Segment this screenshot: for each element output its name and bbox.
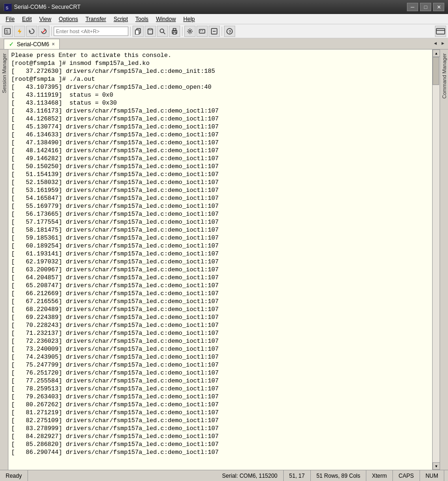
toolbar-new-session[interactable]: S	[2, 26, 13, 37]
scrollbar-thumb[interactable]	[433, 57, 439, 85]
svg-text:S: S	[6, 6, 8, 10]
menu-view[interactable]: View	[35, 14, 55, 24]
scrollbar-down-button[interactable]: ▼	[433, 462, 440, 470]
svg-rect-24	[436, 28, 445, 34]
host-input[interactable]	[54, 27, 128, 36]
svg-rect-14	[173, 32, 176, 34]
svg-rect-13	[173, 28, 176, 31]
toolbar-quick-connect[interactable]	[209, 26, 220, 37]
toolbar-session-manager[interactable]	[435, 26, 446, 37]
toolbar-reconnect[interactable]	[26, 26, 37, 37]
toolbar-print[interactable]	[169, 26, 180, 37]
toolbar-separator-1	[51, 27, 52, 36]
scrollbar-up-button[interactable]: ▲	[433, 50, 440, 57]
window-controls: ─ □ ✕	[407, 3, 444, 11]
menu-file[interactable]: File	[2, 14, 18, 24]
tab-bar: ✓ Serial-COM6 × ◄ ►	[0, 38, 448, 50]
svg-marker-4	[18, 28, 21, 34]
svg-rect-7	[135, 30, 139, 35]
toolbar-separator-2	[130, 27, 131, 36]
tab-active-icon: ✓	[9, 41, 14, 48]
toolbar-settings[interactable]	[184, 26, 196, 37]
toolbar-help[interactable]: ?	[224, 26, 235, 37]
command-manager-sidebar[interactable]: Command Manager	[440, 50, 448, 470]
status-caps: CAPS	[393, 470, 420, 481]
status-num: NUM	[420, 470, 444, 481]
svg-line-5	[42, 30, 45, 33]
svg-rect-16	[199, 29, 205, 33]
tab-serial-com6[interactable]: ✓ Serial-COM6 ×	[4, 39, 60, 49]
status-position: 51, 17	[284, 470, 311, 481]
menu-bar: File Edit View Options Transfer Script T…	[0, 14, 448, 24]
toolbar-copy[interactable]	[133, 26, 144, 37]
svg-text:?: ?	[229, 30, 231, 35]
svg-text:S: S	[6, 29, 8, 35]
menu-options[interactable]: Options	[55, 14, 82, 24]
session-manager-sidebar[interactable]: Session Manager	[0, 50, 8, 470]
toolbar-paste[interactable]	[145, 26, 156, 37]
minimize-button[interactable]: ─	[407, 3, 418, 11]
toolbar-keymap[interactable]	[196, 26, 208, 37]
app-icon: S	[4, 3, 11, 11]
toolbar-separator-4	[222, 27, 222, 36]
menu-window[interactable]: Window	[152, 14, 180, 24]
terminal-content[interactable]: Please press Enter to activate this cons…	[8, 50, 432, 470]
toolbar-disconnect[interactable]	[38, 26, 49, 37]
title-bar-text: Serial-COM6 - SecureCRT	[14, 4, 407, 10]
status-terminal: Xterm	[366, 470, 393, 481]
maximize-button[interactable]: □	[420, 3, 431, 11]
menu-edit[interactable]: Edit	[18, 14, 35, 24]
svg-point-15	[189, 30, 191, 32]
toolbar-find[interactable]	[157, 26, 168, 37]
status-size: 51 Rows, 89 Cols	[311, 470, 366, 481]
main-area: Session Manager Please press Enter to ac…	[0, 50, 448, 470]
scrollbar-track[interactable]	[433, 57, 440, 462]
svg-point-10	[160, 29, 164, 33]
command-manager-label: Command Manager	[441, 50, 448, 102]
tab-label: Serial-COM6	[17, 41, 49, 48]
toolbar-separator-3	[182, 27, 182, 36]
session-manager-label: Session Manager	[0, 50, 8, 97]
svg-rect-9	[149, 28, 152, 30]
status-ready: Ready	[4, 470, 28, 481]
menu-help[interactable]: Help	[180, 14, 199, 24]
tab-prev-button[interactable]: ◄	[432, 40, 439, 47]
tab-next-button[interactable]: ►	[440, 40, 446, 47]
tab-close-button[interactable]: ×	[52, 42, 55, 47]
status-bar: Ready Serial: COM6, 115200 51, 17 51 Row…	[0, 470, 448, 481]
terminal-scrollbar[interactable]: ▲ ▼	[432, 50, 440, 470]
close-button[interactable]: ✕	[433, 3, 444, 11]
toolbar-lightning[interactable]	[14, 26, 25, 37]
toolbar: S ?	[0, 24, 448, 38]
svg-line-11	[163, 32, 165, 34]
status-serial: Serial: COM6, 115200	[217, 470, 284, 481]
title-bar: S Serial-COM6 - SecureCRT ─ □ ✕	[0, 0, 448, 14]
tab-navigation: ◄ ►	[432, 40, 448, 47]
menu-script[interactable]: Script	[110, 14, 132, 24]
menu-transfer[interactable]: Transfer	[82, 14, 110, 24]
menu-tools[interactable]: Tools	[132, 14, 152, 24]
terminal-area[interactable]: Please press Enter to activate this cons…	[8, 50, 440, 470]
